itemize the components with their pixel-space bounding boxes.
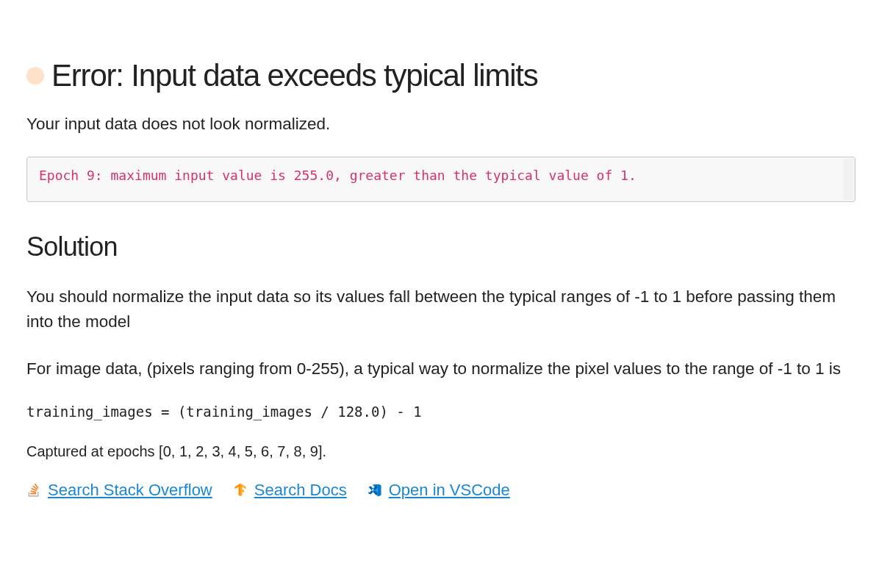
links-row: Search Stack Overflow Search Docs: [26, 481, 856, 500]
solution-para-2: For image data, (pixels ranging from 0-2…: [26, 356, 856, 381]
link-stackoverflow-item: Search Stack Overflow: [26, 481, 212, 500]
scrollbar-track[interactable]: [843, 159, 853, 200]
tensorflow-icon: [233, 483, 248, 498]
solution-heading: Solution: [26, 232, 856, 262]
error-message-text: Epoch 9: maximum input value is 255.0, g…: [39, 168, 637, 183]
status-dot-icon: [26, 67, 44, 85]
error-title-text: Error: Input data exceeds typical limits: [51, 59, 538, 93]
link-vscode-item: Open in VSCode: [368, 481, 510, 500]
solution-para-1: You should normalize the input data so i…: [26, 284, 856, 334]
link-vscode[interactable]: Open in VSCode: [389, 481, 510, 500]
page: Error: Input data exceeds typical limits…: [0, 0, 882, 500]
link-docs-item: Search Docs: [233, 481, 347, 500]
captured-epochs: Captured at epochs [0, 1, 2, 3, 4, 5, 6,…: [26, 443, 856, 460]
solution-code: training_images = (training_images / 128…: [26, 404, 856, 420]
error-message-box: Epoch 9: maximum input value is 255.0, g…: [26, 157, 856, 202]
link-stackoverflow[interactable]: Search Stack Overflow: [48, 481, 212, 500]
stackoverflow-icon: [26, 483, 41, 498]
vscode-icon: [368, 483, 382, 498]
link-docs[interactable]: Search Docs: [254, 481, 347, 500]
error-lead: Your input data does not look normalized…: [26, 113, 856, 135]
error-title: Error: Input data exceeds typical limits: [26, 59, 856, 93]
